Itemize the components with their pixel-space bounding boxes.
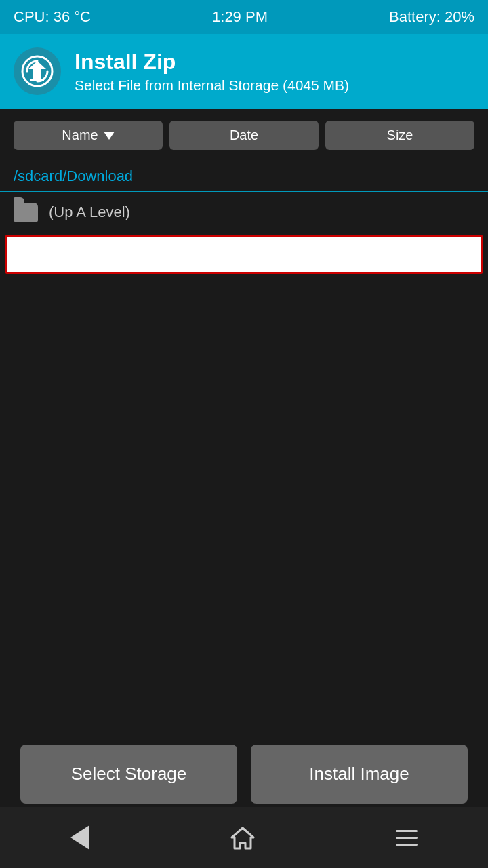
file-item-label: (Up A Level) (49, 203, 130, 221)
svg-marker-3 (232, 828, 253, 848)
sort-bar: Name Date Size (0, 108, 488, 162)
bottom-buttons: Select Storage Install Image (0, 745, 488, 804)
header-subtitle: Select File from Internal Storage (4045 … (75, 77, 349, 94)
menu-icon (396, 830, 418, 846)
menu-button[interactable] (389, 823, 424, 852)
selected-file-item[interactable] (5, 235, 483, 274)
file-list: (Up A Level) (0, 192, 488, 274)
cpu-status: CPU: 36 °C (14, 8, 91, 26)
back-icon (70, 825, 89, 850)
header-title: Install Zip (75, 50, 349, 75)
sort-by-date-button[interactable]: Date (169, 121, 319, 150)
select-storage-button[interactable]: Select Storage (20, 745, 237, 804)
status-bar: CPU: 36 °C 1:29 PM Battery: 20% (0, 0, 488, 34)
install-image-button[interactable]: Install Image (251, 745, 468, 804)
path-text: /sdcard/Download (14, 167, 133, 184)
header-text-group: Install Zip Select File from Internal St… (75, 50, 349, 94)
sort-by-size-button[interactable]: Size (325, 121, 474, 150)
install-icon (20, 54, 54, 88)
chevron-down-icon (104, 132, 115, 140)
sort-by-name-button[interactable]: Name (14, 121, 163, 150)
home-button[interactable] (224, 818, 262, 856)
home-icon (230, 825, 255, 850)
folder-icon (14, 203, 38, 222)
list-item[interactable]: (Up A Level) (0, 192, 488, 233)
time-status: 1:29 PM (212, 8, 268, 26)
app-icon (14, 47, 61, 95)
back-button[interactable] (64, 818, 96, 856)
battery-status: Battery: 20% (389, 8, 474, 26)
header: Install Zip Select File from Internal St… (0, 34, 488, 108)
navigation-bar (0, 807, 488, 868)
current-path: /sdcard/Download (0, 162, 488, 192)
